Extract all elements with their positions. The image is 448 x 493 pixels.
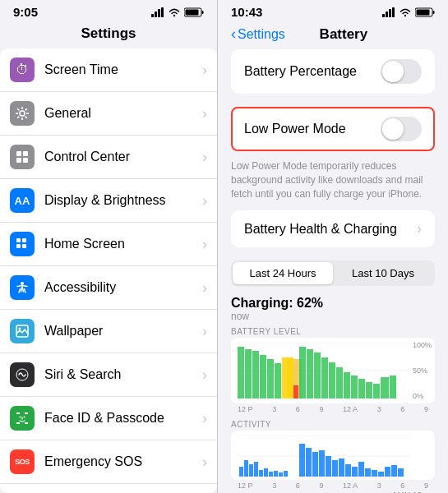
svg-rect-109 [378, 472, 384, 477]
battery-content: Battery Percentage Low Power Mode Low Po… [218, 49, 448, 493]
tick-9a: 9 [319, 405, 323, 413]
back-button[interactable]: ‹ Settings [231, 25, 285, 43]
battery-percentage-row[interactable]: Battery Percentage [231, 49, 435, 94]
svg-rect-76 [336, 367, 343, 399]
time-left: 9:05 [13, 5, 38, 19]
svg-rect-53 [389, 9, 391, 17]
svg-line-15 [25, 108, 27, 110]
settings-item-control-center[interactable]: Control Center [0, 136, 217, 179]
battery-health-chevron [417, 220, 422, 237]
time-btn-24h[interactable]: Last 24 Hours [233, 262, 333, 284]
settings-item-display[interactable]: AA Display & Brightness [0, 179, 217, 223]
back-arrow-icon: ‹ [231, 25, 236, 43]
settings-item-exposure[interactable]: Exposure Notifications [0, 484, 217, 493]
svg-rect-65 [252, 351, 259, 399]
atick-9b: 9 [424, 481, 428, 490]
svg-rect-2 [158, 9, 160, 17]
activity-chart [231, 431, 435, 480]
svg-rect-112 [398, 468, 404, 477]
svg-rect-105 [352, 467, 358, 477]
wallpaper-icon [10, 319, 35, 343]
face-id-icon [10, 406, 35, 431]
settings-item-siri[interactable]: Siri & Search [0, 353, 217, 397]
svg-rect-74 [321, 357, 328, 399]
tick-3b: 3 [377, 405, 381, 413]
low-power-mode-row[interactable]: Low Power Mode [231, 107, 435, 151]
atick-9a: 9 [319, 481, 323, 490]
battery-percentage-toggle[interactable] [381, 59, 422, 84]
pct-50: 50% [413, 366, 432, 375]
settings-item-face-id[interactable]: Face ID & Passcode [0, 397, 217, 440]
svg-rect-103 [339, 458, 344, 477]
svg-rect-97 [299, 444, 305, 477]
svg-rect-99 [312, 452, 318, 477]
accessibility-chevron [202, 279, 207, 297]
screen-time-chevron [202, 62, 207, 79]
settings-item-accessibility[interactable]: Accessibility [0, 266, 217, 310]
settings-item-home-screen[interactable]: Home Screen [0, 223, 217, 266]
tick-6a: 6 [296, 405, 300, 413]
siri-icon [10, 362, 35, 387]
general-chevron [202, 105, 207, 122]
svg-rect-95 [279, 472, 283, 477]
settings-item-general[interactable]: General [0, 92, 217, 136]
back-label: Settings [238, 27, 285, 42]
svg-rect-63 [238, 347, 244, 399]
pct-labels: 100% 50% 0% [413, 341, 432, 400]
settings-item-emergency-sos[interactable]: SOS Emergency SOS [0, 440, 217, 484]
control-center-label: Control Center [44, 150, 202, 164]
svg-rect-73 [314, 352, 321, 399]
tick-12p: 12 P [238, 405, 253, 413]
right-panel: 10:43 ‹ Settings Battery [218, 0, 448, 493]
toggle-knob-pct [382, 61, 404, 82]
svg-rect-3 [161, 7, 164, 17]
svg-rect-71 [299, 347, 306, 399]
atick-12a: 12 A [343, 481, 358, 490]
screen-time-label: Screen Time [44, 62, 202, 77]
battery-health-row[interactable]: Battery Health & Charging [231, 210, 435, 247]
home-screen-chevron [202, 236, 207, 253]
home-screen-icon [10, 232, 35, 256]
general-label: General [44, 106, 202, 121]
svg-rect-1 [155, 12, 157, 17]
svg-rect-98 [306, 448, 312, 477]
svg-rect-30 [25, 412, 28, 414]
battery-chart-svg [238, 343, 418, 399]
accessibility-label: Accessibility [44, 280, 202, 295]
time-btn-10d[interactable]: Last 10 Days [333, 262, 433, 284]
siri-label: Siri & Search [44, 367, 202, 382]
svg-rect-70 [293, 385, 298, 399]
svg-rect-0 [151, 14, 154, 17]
toggle-knob-lpm [382, 118, 404, 140]
nav-bar: ‹ Settings Battery [218, 22, 448, 49]
wifi-icon [168, 7, 181, 17]
time-axis-activity: 12 P 3 6 9 12 A 3 6 9 [231, 481, 435, 490]
tick-6b: 6 [400, 405, 404, 413]
low-power-toggle[interactable] [381, 117, 422, 141]
settings-item-wallpaper[interactable]: Wallpaper [0, 310, 217, 353]
svg-rect-51 [382, 14, 385, 17]
battery-percentage-section: Battery Percentage [231, 49, 435, 94]
siri-chevron [202, 366, 207, 384]
svg-rect-52 [386, 12, 388, 17]
activity-section: ACTIVITY [218, 417, 448, 493]
svg-rect-19 [16, 158, 21, 163]
control-center-chevron [202, 149, 207, 166]
svg-point-8 [20, 111, 25, 116]
wifi-icon-right [399, 7, 412, 17]
emergency-sos-icon: SOS [10, 449, 35, 474]
svg-rect-80 [366, 382, 372, 399]
atick-6a: 6 [296, 481, 300, 490]
tick-3a: 3 [272, 405, 276, 413]
svg-line-13 [17, 108, 19, 110]
left-panel: 9:05 Settings ⏱ S [0, 0, 218, 493]
battery-level-chart: 100% 50% 0% [231, 338, 435, 403]
svg-rect-91 [259, 470, 263, 477]
svg-rect-96 [284, 471, 288, 477]
battery-health-label: Battery Health & Charging [244, 222, 397, 237]
svg-rect-93 [269, 472, 273, 477]
face-id-chevron [202, 410, 207, 427]
svg-rect-23 [16, 244, 21, 248]
settings-item-screen-time[interactable]: ⏱ Screen Time [0, 48, 217, 92]
low-power-label: Low Power Mode [244, 122, 346, 136]
